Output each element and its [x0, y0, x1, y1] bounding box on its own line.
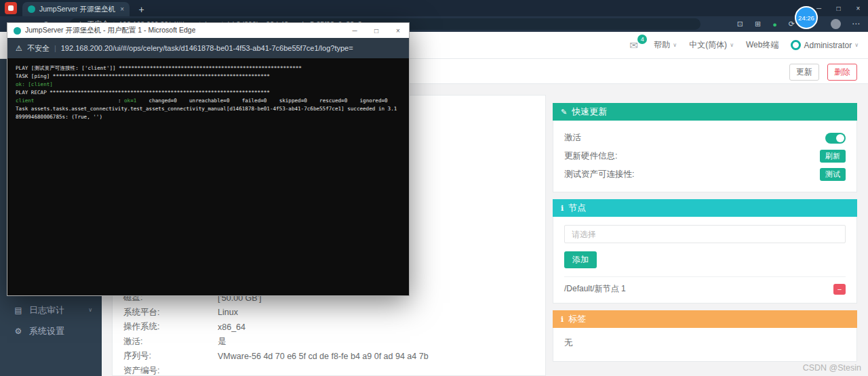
browser-profile-avatar[interactable]: [831, 19, 841, 29]
help-menu[interactable]: 帮助 ∨: [654, 39, 677, 51]
tag-panel-header: ℹ 标签: [553, 310, 857, 328]
popup-close-button[interactable]: ×: [387, 23, 409, 38]
remove-node-button[interactable]: −: [833, 284, 846, 295]
popup-address-bar[interactable]: ⚠ 不安全 | 192.168.200.20/ui/#/ops/celery/t…: [7, 38, 409, 58]
detail-label: 序列号:: [113, 350, 218, 362]
active-label: 激活: [564, 132, 581, 144]
detail-value: VMware-56 4d 70 e6 5f cd de f8-fe b4 a9 …: [218, 352, 429, 361]
popup-title-bar[interactable]: JumpServer 开源堡垒机 - 用户配置 1 - Microsoft Ed…: [7, 23, 409, 38]
window-maximize-button[interactable]: □: [829, 0, 848, 16]
detail-row-os: 操作系统: x86_64: [113, 320, 545, 335]
connectivity-label: 测试资产可连接性:: [564, 169, 634, 180]
chevron-down-icon: ∨: [730, 42, 734, 48]
panel-title: 节点: [568, 202, 586, 214]
detail-value: Linux: [218, 308, 238, 317]
browser-extension-icons: ⊡ ⊞ ● ⟳: [737, 16, 795, 32]
log-line-recap-header: PLAY RECAP *****************************…: [16, 89, 401, 97]
info-icon: ℹ: [561, 315, 564, 324]
connectivity-row: 测试资产可连接性: 测试: [564, 165, 846, 184]
not-secure-label: 不安全: [27, 43, 50, 54]
log-line-play: PLAY [测试资产可连接性: ['client']] ************…: [16, 64, 401, 72]
detail-row-active: 激活: 是: [113, 335, 545, 350]
watermark: CSDN @Stesin: [803, 363, 861, 373]
popup-window-title: JumpServer 开源堡垒机 - 用户配置 1 - Microsoft Ed…: [25, 26, 195, 35]
not-secure-icon: ⚠: [16, 44, 22, 53]
language-menu[interactable]: 中文(简体) ∨: [689, 39, 734, 51]
timer-badge[interactable]: 24:26: [795, 6, 818, 29]
browser-menu-icon[interactable]: ⋯: [852, 19, 860, 28]
message-count-badge: 4: [637, 35, 647, 44]
tab-close-icon[interactable]: ×: [120, 5, 124, 13]
log-ok-count: ok=1: [124, 98, 136, 104]
tab-title: JumpServer 开源堡垒机: [39, 5, 116, 14]
popup-window-controls: ─ □ ×: [344, 23, 409, 38]
web-terminal-link[interactable]: Web终端: [746, 39, 778, 51]
edit-icon: ✎: [561, 108, 567, 117]
browser-tab-bar: JumpServer 开源堡垒机 × + ─ □ ×: [0, 0, 868, 16]
user-avatar: [791, 40, 801, 50]
extension-green-icon[interactable]: ●: [772, 20, 777, 28]
web-terminal-label: Web终端: [746, 39, 778, 51]
log-line-succeeded-2: 899994680006785s: (True, ''): [16, 113, 401, 121]
detail-row-platform: 系统平台: Linux: [113, 306, 545, 320]
task-log-popup-window: JumpServer 开源堡垒机 - 用户配置 1 - Microsoft Ed…: [7, 22, 410, 296]
browser-window-controls: ─ □ ×: [809, 0, 868, 16]
log-text: :: [34, 98, 124, 104]
user-menu[interactable]: Administrator ∨: [791, 40, 859, 50]
detail-row-serial: 序列号: VMware-56 4d 70 e6 5f cd de f8-fe b…: [113, 349, 545, 364]
detail-value: 是: [218, 336, 226, 348]
detail-row-asset-number: 资产编号:: [113, 364, 545, 376]
log-line-ok: ok: [client]: [16, 81, 401, 89]
chevron-down-icon: ∨: [88, 307, 92, 313]
sync-icon[interactable]: ⟳: [789, 20, 795, 28]
recorder-app-icon[interactable]: [5, 2, 17, 14]
panel-title: 标签: [568, 313, 586, 325]
popup-url: 192.168.200.20/ui/#/ops/celery/task/d146…: [61, 44, 353, 52]
hardware-row: 更新硬件信息: 刷新: [564, 147, 846, 165]
user-name: Administrator: [804, 41, 852, 50]
jumpserver-favicon-icon: [14, 27, 21, 35]
add-node-button[interactable]: 添加: [564, 251, 597, 268]
url-separator: |: [54, 44, 56, 52]
gear-icon: ⚙: [14, 327, 23, 336]
detail-value: x86_64: [218, 322, 245, 332]
window-close-button[interactable]: ×: [848, 0, 868, 16]
sidebar-item-log-audit[interactable]: ▤ 日志审计 ∨: [0, 299, 102, 320]
info-icon: ℹ: [561, 204, 564, 213]
node-list-item: /Default/新节点 1 −: [564, 276, 846, 295]
log-icon: ▤: [14, 306, 23, 315]
node-panel-header: ℹ 节点: [553, 199, 857, 217]
tag-empty-label: 无: [564, 336, 846, 353]
apps-icon[interactable]: ⊞: [755, 20, 761, 28]
node-panel: ℹ 节点 添加 /Default/新节点 1 −: [553, 199, 857, 304]
new-tab-button[interactable]: +: [134, 2, 149, 16]
node-select[interactable]: [564, 225, 846, 243]
log-line-task: TASK [ping] ****************************…: [16, 72, 401, 81]
help-label: 帮助: [654, 39, 670, 51]
active-toggle[interactable]: [825, 133, 846, 144]
browser-tab-jumpserver[interactable]: JumpServer 开源堡垒机 ×: [22, 2, 130, 16]
panel-title: 快速更新: [572, 106, 607, 118]
detail-label: 系统平台:: [113, 307, 218, 318]
log-host: client: [16, 98, 34, 104]
screen: JumpServer 开源堡垒机 × + ─ □ × ← → ⟳ ⚠ 不安全 |…: [0, 0, 868, 376]
test-connectivity-button[interactable]: 测试: [820, 168, 846, 181]
picture-in-picture-icon[interactable]: ⊡: [737, 20, 743, 28]
task-log-terminal: PLAY [测试资产可连接性: ['client']] ************…: [7, 58, 409, 295]
jumpserver-favicon-icon: [28, 5, 35, 13]
hardware-label: 更新硬件信息:: [564, 150, 617, 162]
chevron-down-icon: ∨: [673, 42, 677, 48]
log-text: changed=0 unreachable=0 failed=0 skipped…: [136, 98, 387, 104]
sidebar-item-system-settings[interactable]: ⚙ 系统设置: [0, 320, 102, 341]
detail-label: 激活:: [113, 336, 218, 348]
popup-minimize-button[interactable]: ─: [344, 23, 366, 38]
sidebar-item-label: 日志审计: [29, 304, 64, 316]
update-button[interactable]: 更新: [789, 64, 819, 81]
delete-button[interactable]: 删除: [827, 64, 857, 81]
popup-maximize-button[interactable]: □: [366, 23, 387, 38]
messages-button[interactable]: ✉ 4: [629, 39, 642, 51]
sidebar-item-label: 系统设置: [29, 325, 64, 337]
refresh-hardware-button[interactable]: 刷新: [820, 150, 846, 163]
quick-update-header: ✎ 快速更新: [553, 103, 857, 121]
node-path: /Default/新节点 1: [564, 283, 626, 295]
